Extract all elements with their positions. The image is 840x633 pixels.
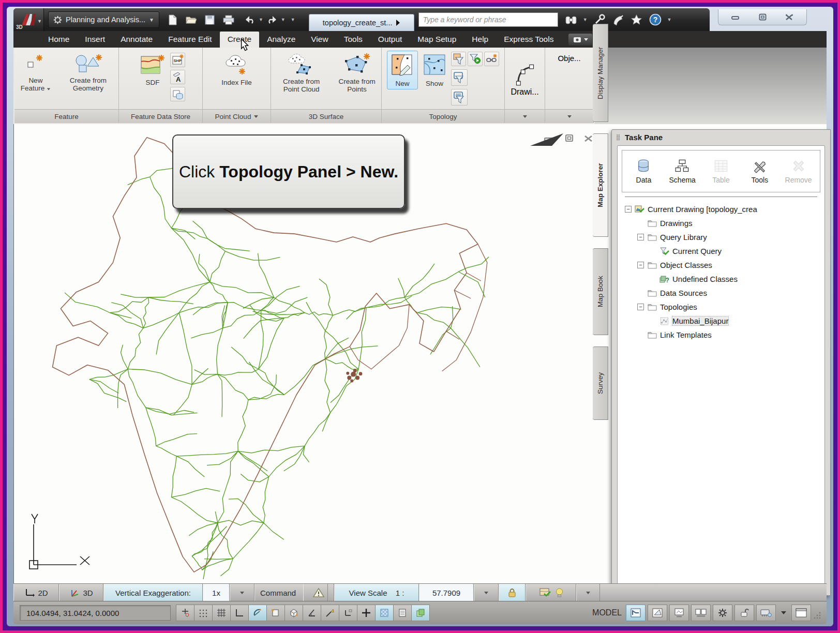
object-panel-caret-icon[interactable] bbox=[567, 115, 572, 118]
annotation-button[interactable]: A bbox=[170, 70, 185, 84]
qat-customize-caret-icon[interactable]: ▼ bbox=[291, 17, 295, 22]
ribbon-tab-view[interactable]: View bbox=[303, 32, 336, 48]
ribbon-tab-map-setup[interactable]: Map Setup bbox=[410, 32, 464, 48]
toggle-quick-properties[interactable] bbox=[393, 605, 411, 621]
window-close-button[interactable] bbox=[779, 12, 799, 22]
quick-view-layouts-button[interactable] bbox=[648, 605, 667, 621]
search-input[interactable] bbox=[419, 16, 558, 24]
map-check-icon[interactable] bbox=[539, 587, 551, 598]
tree-item-query-library[interactable]: −Query Library bbox=[625, 230, 824, 244]
tree-expander-icon[interactable]: − bbox=[637, 304, 644, 310]
undo-button[interactable] bbox=[242, 12, 258, 27]
task-pane-schema-button[interactable]: Schema bbox=[664, 154, 701, 189]
toggle-grid-display[interactable] bbox=[212, 605, 230, 621]
tree-item-current-drawing-topology-crea[interactable]: −Current Drawing [topology_crea bbox=[625, 202, 824, 216]
create-from-geometry-button[interactable]: Create from Geometry bbox=[58, 51, 118, 94]
search-binoculars-button[interactable] bbox=[564, 13, 578, 26]
toggle-polar-tracking[interactable] bbox=[248, 605, 266, 621]
dual-pane-button[interactable] bbox=[691, 605, 711, 621]
undo-caret-icon[interactable]: ▼ bbox=[259, 17, 263, 22]
model-space-button[interactable] bbox=[626, 605, 646, 621]
open-file-button[interactable] bbox=[183, 12, 200, 27]
toggle-dynamic-input[interactable] bbox=[357, 605, 375, 621]
drawing-panel-caret-icon[interactable] bbox=[523, 115, 527, 118]
ribbon-tab-express-tools[interactable]: Express Tools bbox=[496, 32, 561, 48]
tree-expander-icon[interactable]: − bbox=[637, 262, 644, 268]
tree-item-mumbai-bijapur[interactable]: Mumbai_Bijapur bbox=[625, 314, 824, 328]
redo-button[interactable] bbox=[264, 12, 280, 27]
document-title-tab[interactable]: topology_create_st... bbox=[309, 14, 414, 31]
coordinate-readout[interactable]: 104.0494, 31.0424, 0.0000 bbox=[20, 605, 171, 621]
toggle-ortho-mode[interactable] bbox=[230, 605, 248, 621]
ribbon-tab-feature-edit[interactable]: Feature Edit bbox=[160, 32, 219, 48]
ribbon-tab-annotate[interactable]: Annotate bbox=[113, 32, 160, 48]
view-scale-lock-button[interactable] bbox=[499, 584, 526, 601]
toggle-3d-object-snap[interactable] bbox=[284, 605, 303, 621]
ribbon-tab-output[interactable]: Output bbox=[370, 32, 410, 48]
help-caret-icon[interactable]: ▼ bbox=[667, 17, 672, 22]
toolbar-lock-button[interactable] bbox=[734, 605, 754, 621]
view-scale-caret[interactable] bbox=[474, 584, 499, 601]
tree-item-link-templates[interactable]: Link Templates bbox=[625, 328, 824, 342]
redo-caret-icon[interactable]: ▼ bbox=[281, 17, 286, 22]
tree-item-drawings[interactable]: Drawings bbox=[625, 216, 824, 230]
task-pane-header[interactable]: ⣿ Task Pane bbox=[612, 130, 830, 144]
task-pane-tools-button[interactable]: Tools bbox=[741, 154, 778, 189]
lightbulb-icon[interactable] bbox=[556, 587, 563, 598]
topology-analysis-button[interactable] bbox=[451, 89, 468, 106]
ribbon-tab-help[interactable]: Help bbox=[464, 32, 496, 48]
plot-button[interactable] bbox=[220, 12, 237, 27]
toggle-dynamic-ucs[interactable] bbox=[339, 605, 357, 621]
save-button[interactable] bbox=[202, 12, 218, 27]
topology-edit-button[interactable] bbox=[451, 52, 466, 66]
quick-view-drawings-button[interactable] bbox=[669, 605, 689, 621]
resize-grip-icon[interactable] bbox=[813, 606, 821, 620]
hardware-acceleration-button[interactable] bbox=[756, 605, 776, 621]
task-pane-tab-map-book[interactable]: Map Book bbox=[593, 248, 608, 335]
tree-item-object-classes[interactable]: −Object Classes bbox=[625, 258, 824, 272]
view-2d-button[interactable]: 2D bbox=[13, 584, 59, 601]
toggle-infer-constraints[interactable] bbox=[176, 605, 194, 621]
window-minimize-button[interactable] bbox=[726, 12, 745, 22]
toggle-selection-cycling[interactable] bbox=[411, 605, 430, 621]
ribbon-tab-home[interactable]: Home bbox=[40, 32, 77, 48]
vertical-exaggeration-caret[interactable] bbox=[230, 584, 254, 601]
tree-item-undefined-classes[interactable]: ?Undefined Classes bbox=[625, 272, 824, 286]
application-menu-button[interactable]: 3D ▼ bbox=[13, 8, 44, 31]
tree-expander-icon[interactable]: − bbox=[625, 206, 632, 213]
tree-expander-icon[interactable]: − bbox=[637, 234, 644, 240]
workspace-gear-button[interactable] bbox=[713, 605, 732, 621]
task-pane-tab-display-manager[interactable]: Display Manager bbox=[593, 24, 608, 122]
media-record-button[interactable] bbox=[568, 34, 592, 46]
export-shp-button[interactable]: SHP bbox=[170, 53, 185, 67]
search-caret-icon[interactable]: ▼ bbox=[583, 17, 588, 22]
task-pane-data-button[interactable]: Data bbox=[625, 154, 662, 189]
topology-new-button[interactable]: New bbox=[387, 51, 418, 89]
ribbon-tab-analyze[interactable]: Analyze bbox=[259, 32, 303, 48]
new-file-button[interactable] bbox=[164, 12, 181, 27]
create-from-point-cloud-button[interactable]: Create from Point Cloud bbox=[271, 51, 332, 95]
tree-item-topologies[interactable]: −Topologies bbox=[625, 300, 824, 314]
point-cloud-panel-caret-icon[interactable] bbox=[254, 115, 258, 118]
view-scale-value[interactable]: 57.7909 bbox=[419, 584, 474, 601]
topology-query-button[interactable] bbox=[468, 52, 483, 66]
task-pane-grip-icon[interactable]: ⣿ bbox=[616, 136, 621, 139]
infocenter-search[interactable] bbox=[418, 12, 558, 27]
view-3d-button[interactable]: 3D bbox=[59, 584, 103, 601]
status-menu-caret-button[interactable] bbox=[778, 605, 789, 621]
toggle-angle-override[interactable] bbox=[303, 605, 321, 621]
new-feature-button[interactable]: New Feature bbox=[14, 51, 57, 94]
workspace-selector[interactable]: Planning and Analysis... ▼ bbox=[48, 11, 159, 28]
topology-display-button[interactable] bbox=[451, 69, 468, 86]
model-label[interactable]: MODEL bbox=[592, 608, 622, 617]
clean-screen-button[interactable] bbox=[791, 605, 811, 621]
topology-create-link-button[interactable] bbox=[484, 52, 499, 66]
help-button[interactable]: ? bbox=[649, 13, 662, 26]
communication-center-button[interactable] bbox=[611, 13, 625, 26]
toggle-object-snap-tracking[interactable] bbox=[321, 605, 339, 621]
tree-item-data-sources[interactable]: Data Sources bbox=[625, 286, 824, 300]
topology-show-button[interactable]: Show bbox=[419, 51, 450, 89]
favorites-button[interactable] bbox=[630, 13, 643, 26]
ribbon-tab-insert[interactable]: Insert bbox=[77, 32, 113, 48]
task-pane-tab-survey[interactable]: Survey bbox=[593, 346, 608, 420]
